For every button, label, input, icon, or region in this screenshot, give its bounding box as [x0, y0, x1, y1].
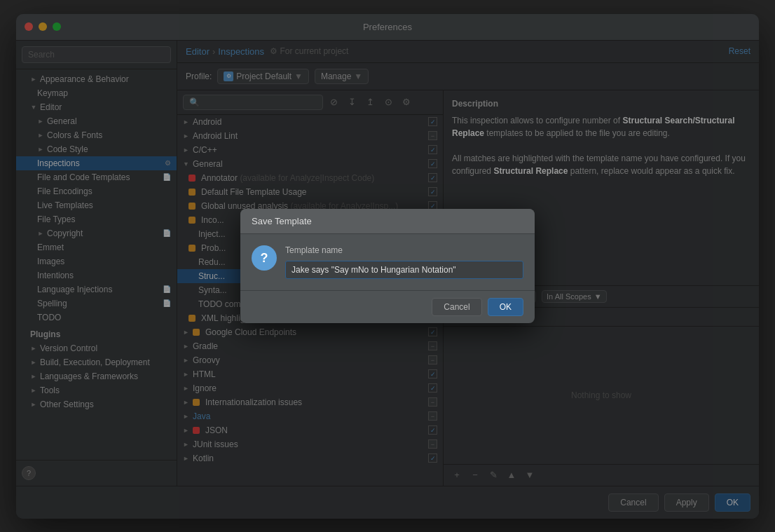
modal-overlay: Save Template ? Template name Cancel OK [0, 0, 775, 532]
dialog-cancel-button[interactable]: Cancel [432, 298, 481, 316]
dialog-header: Save Template [240, 209, 535, 234]
save-template-dialog: Save Template ? Template name Cancel OK [240, 209, 535, 323]
dialog-form: Template name [285, 245, 523, 279]
dialog-body: ? Template name [240, 234, 535, 290]
dialog-question-icon: ? [252, 245, 277, 271]
dialog-title: Save Template [252, 216, 312, 226]
dialog-footer: Cancel OK [240, 290, 535, 323]
dialog-ok-button[interactable]: OK [488, 298, 523, 316]
template-name-input[interactable] [285, 261, 523, 279]
template-name-label: Template name [285, 245, 523, 255]
